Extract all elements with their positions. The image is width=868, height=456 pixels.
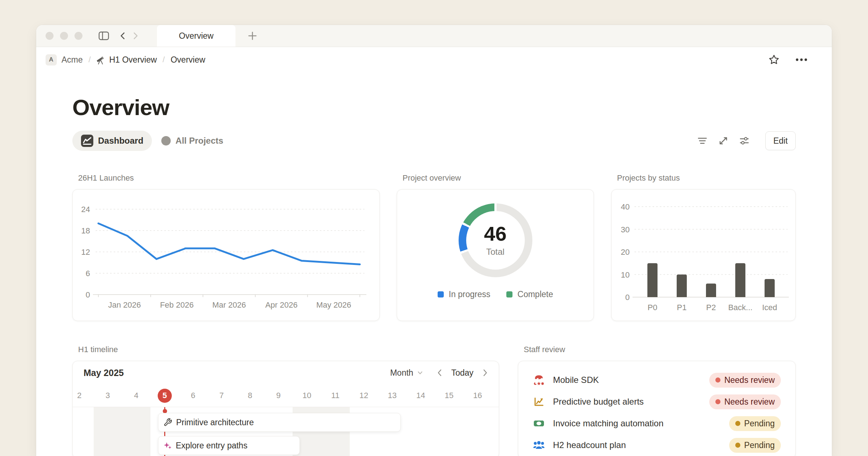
- svg-text:40: 40: [621, 202, 630, 211]
- sparkles-icon: [163, 442, 172, 450]
- new-tab-icon[interactable]: [247, 25, 258, 47]
- sidebar-toggle-icon[interactable]: [98, 31, 109, 41]
- svg-text:Back...: Back...: [728, 303, 752, 312]
- svg-text:Iced: Iced: [762, 303, 777, 312]
- timeline-date[interactable]: 13: [378, 391, 407, 400]
- carousel-icon: [533, 374, 545, 386]
- widget-title: Project overview: [397, 173, 594, 183]
- tab-label: Overview: [179, 31, 214, 41]
- back-icon[interactable]: [119, 31, 127, 40]
- status-badge[interactable]: Pending: [729, 416, 781, 431]
- widget-project-overview: Project overview 46 Total In progressCom…: [397, 173, 594, 321]
- donut-chart-card: 46 Total In progressComplete: [397, 189, 594, 321]
- favorite-star-icon[interactable]: [768, 54, 780, 66]
- svg-text:30: 30: [621, 225, 630, 234]
- timeline-date[interactable]: 10: [293, 391, 321, 400]
- window-zoom-button[interactable]: [75, 32, 82, 40]
- timeline-date[interactable]: 8: [236, 391, 264, 400]
- view-tab-all-projects[interactable]: All Projects: [161, 136, 223, 146]
- banknote-icon: [533, 417, 545, 430]
- staff-row[interactable]: H2 headcount plan Pending: [533, 434, 781, 456]
- timeline-next-icon[interactable]: [483, 369, 488, 377]
- timeline-today-button[interactable]: Today: [451, 368, 473, 378]
- bar: [706, 284, 716, 297]
- breadcrumb-separator: /: [89, 55, 91, 64]
- breadcrumb-workspace[interactable]: Acme: [61, 55, 83, 65]
- svg-text:P2: P2: [706, 303, 716, 312]
- tab-strip: Overview: [36, 25, 832, 47]
- wrench-icon: [163, 418, 172, 427]
- status-badge[interactable]: Pending: [729, 438, 781, 453]
- timeline-item[interactable]: Explore entry paths: [158, 436, 300, 455]
- staff-item-title: Invoice matching automation: [553, 418, 664, 428]
- window-close-button[interactable]: [46, 32, 54, 40]
- donut-legend: In progressComplete: [438, 290, 553, 299]
- svg-text:18: 18: [81, 226, 90, 235]
- legend-item: Complete: [506, 290, 553, 299]
- timeline-zoom-select[interactable]: Month: [390, 368, 422, 378]
- svg-text:P0: P0: [648, 303, 658, 312]
- timeline-date[interactable]: 16: [463, 391, 492, 400]
- window-minimize-button[interactable]: [60, 32, 68, 40]
- workspace-avatar[interactable]: A: [46, 54, 57, 66]
- timeline-date[interactable]: 4: [122, 391, 150, 400]
- expand-icon[interactable]: [718, 135, 729, 146]
- timeline-date[interactable]: 6: [179, 391, 208, 400]
- legend-swatch: [438, 291, 444, 297]
- timeline-date[interactable]: 12: [350, 391, 378, 400]
- tab-overview[interactable]: Overview: [157, 25, 235, 47]
- window-controls: [46, 25, 82, 47]
- more-options-icon[interactable]: [795, 58, 808, 62]
- timeline-date[interactable]: 14: [407, 391, 435, 400]
- chart-increasing-icon: [533, 396, 545, 408]
- view-tab-label: Dashboard: [98, 136, 143, 146]
- svg-text:12: 12: [81, 248, 90, 257]
- staff-item-title: Mobile SDK: [553, 375, 599, 385]
- breadcrumb-separator: /: [163, 55, 165, 64]
- settings-sliders-icon[interactable]: [739, 135, 750, 146]
- svg-text:Feb 2026: Feb 2026: [160, 300, 193, 309]
- staff-row[interactable]: Predictive budget alerts Needs review: [533, 391, 781, 413]
- staff-row[interactable]: Invoice matching automation Pending: [533, 413, 781, 434]
- breadcrumb-parent[interactable]: H1 Overview: [109, 55, 157, 65]
- timeline-date[interactable]: 15: [435, 391, 464, 400]
- timeline-dates-row: 2345678910111213141516: [72, 384, 499, 407]
- widget-title: 26H1 Launches: [72, 173, 380, 183]
- weekend-shading: [94, 407, 150, 456]
- page-title: Overview: [72, 96, 796, 119]
- edit-button[interactable]: Edit: [765, 131, 796, 150]
- status-dot: [735, 443, 740, 448]
- svg-text:May 2026: May 2026: [316, 300, 351, 309]
- timeline-item[interactable]: Primitive architecture: [158, 413, 401, 432]
- timeline-prev-icon[interactable]: [437, 369, 442, 377]
- filter-icon[interactable]: [697, 135, 708, 146]
- widget-timeline: H1 timeline May 2025 Month: [72, 345, 499, 456]
- widget-title: Projects by status: [611, 173, 796, 183]
- svg-text:P1: P1: [677, 303, 687, 312]
- telescope-icon: [95, 55, 105, 65]
- timeline-rows: Primitive architecture Explore entry pat…: [73, 407, 499, 456]
- widget-launches: 26H1 Launches 06121824Jan 2026Feb 2026Ma…: [72, 173, 380, 321]
- staff-item-title: Predictive budget alerts: [553, 397, 644, 407]
- staff-row[interactable]: Mobile SDK Needs review: [533, 369, 781, 391]
- timeline-date[interactable]: 9: [264, 391, 293, 400]
- timeline-item-title: Explore entry paths: [176, 441, 247, 451]
- forward-icon[interactable]: [132, 31, 140, 40]
- view-tab-dashboard[interactable]: Dashboard: [72, 131, 152, 151]
- timeline-card: May 2025 Month Today: [72, 361, 499, 456]
- timeline-date[interactable]: 3: [94, 391, 122, 400]
- breadcrumb-page[interactable]: Overview: [171, 55, 205, 65]
- timeline-date[interactable]: 11: [321, 391, 350, 400]
- circle-icon: [161, 136, 171, 145]
- donut-total-value: 46: [484, 224, 506, 244]
- legend-swatch: [506, 291, 512, 297]
- svg-text:6: 6: [86, 269, 90, 278]
- view-tab-label: All Projects: [175, 136, 223, 146]
- status-dot: [735, 421, 740, 426]
- timeline-date-today[interactable]: 5: [150, 389, 179, 403]
- status-badge[interactable]: Needs review: [709, 394, 781, 409]
- chevron-down-icon: [418, 371, 422, 375]
- timeline-date[interactable]: 7: [207, 391, 236, 400]
- timeline-date[interactable]: 2: [72, 391, 94, 400]
- status-badge[interactable]: Needs review: [709, 373, 781, 388]
